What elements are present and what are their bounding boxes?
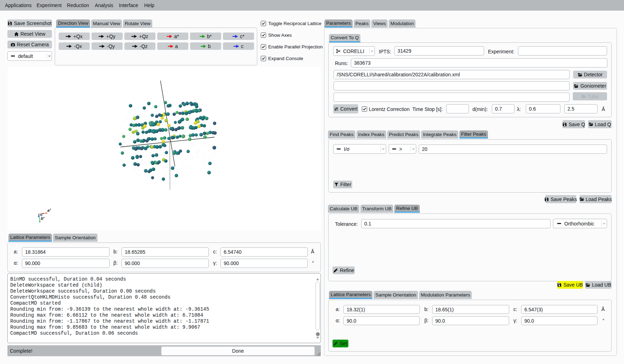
- svg-text:a: a: [47, 208, 50, 212]
- svg-text:b: b: [41, 216, 43, 221]
